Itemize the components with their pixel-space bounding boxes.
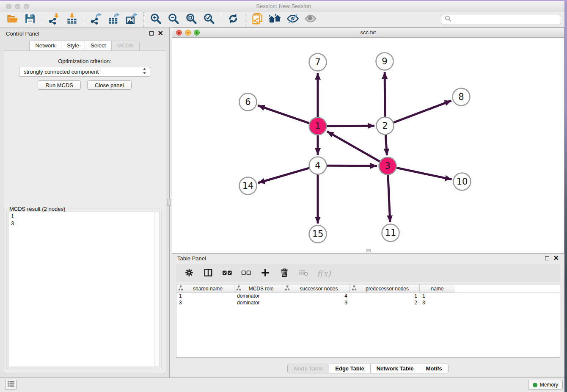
open-folder-icon: [6, 13, 18, 26]
zoom-fit-button[interactable]: [182, 12, 200, 27]
node-label: 4: [315, 160, 320, 171]
select-all-button[interactable]: [222, 268, 233, 279]
function-builder-button[interactable]: f(x): [317, 268, 331, 279]
network-canvas[interactable]: 7968124314101511: [172, 38, 564, 253]
edge-1-6[interactable]: [258, 105, 310, 123]
close-panel-icon[interactable]: ✕: [158, 31, 163, 36]
node-label: 1: [315, 121, 320, 131]
cell-shared-name: 3: [176, 300, 234, 306]
close-table-panel-icon[interactable]: ✕: [553, 256, 559, 260]
task-history-button[interactable]: [5, 380, 17, 390]
export-table-button[interactable]: [105, 12, 123, 27]
control-panel-header: Control Panel ✕: [0, 28, 169, 39]
column-visibility-button[interactable]: [203, 268, 214, 279]
eye-icon: [304, 13, 317, 26]
save-session-button[interactable]: [21, 12, 39, 27]
graph-node-7[interactable]: 7: [309, 54, 327, 71]
graph-node-15[interactable]: 15: [309, 226, 327, 243]
export-network-button[interactable]: [87, 12, 105, 27]
float-panel-icon[interactable]: [149, 31, 154, 36]
zoom-out-button[interactable]: [165, 12, 182, 27]
first-neighbors-button[interactable]: [266, 12, 284, 27]
edge-2-3[interactable]: [385, 135, 387, 155]
delete-table-button[interactable]: [298, 268, 309, 279]
cell-successor-nodes: 3: [283, 300, 350, 306]
refresh-button[interactable]: [224, 12, 242, 27]
search-input[interactable]: [451, 15, 561, 24]
edge-3-1[interactable]: [327, 131, 380, 161]
cell-name: 1: [420, 293, 455, 300]
graph-node-1[interactable]: 1: [309, 118, 327, 135]
zoom-in-icon: [150, 13, 162, 26]
tab-style[interactable]: Style: [61, 41, 85, 51]
table-settings-button[interactable]: [184, 268, 195, 279]
tab-node-table[interactable]: Node Table: [287, 364, 329, 373]
network-graph: 7968124314101511: [172, 38, 564, 253]
result-item: 1: [11, 213, 151, 220]
edge-4-14[interactable]: [258, 168, 309, 183]
criterion-select-value: strongly connected component: [24, 69, 99, 75]
graph-node-2[interactable]: 2: [377, 117, 394, 135]
graph-node-10[interactable]: 10: [454, 173, 471, 190]
criterion-select[interactable]: strongly connected component: [19, 67, 150, 77]
column-header-predecessor-nodes[interactable]: predecessor nodes: [350, 284, 420, 293]
add-column-button[interactable]: [260, 268, 271, 279]
close-panel-button[interactable]: Close panel: [87, 80, 132, 90]
export-image-button[interactable]: [123, 12, 140, 27]
tab-network[interactable]: Network: [29, 41, 61, 51]
import-network-button[interactable]: [45, 12, 63, 27]
delete-column-button[interactable]: [279, 268, 290, 279]
tab-network-table[interactable]: Network Table: [370, 364, 420, 373]
node-label: 14: [242, 181, 254, 191]
zoom-in-button[interactable]: [147, 12, 165, 27]
tab-mcds[interactable]: MCDS: [111, 41, 139, 51]
column-header-name[interactable]: name: [420, 284, 455, 293]
network-window-title: scc.txt: [172, 29, 564, 36]
result-scrollbar[interactable]: [154, 212, 160, 367]
table-row[interactable]: 1 dominator 4 1 1: [176, 293, 560, 300]
open-session-button[interactable]: [3, 12, 21, 27]
graph-node-4[interactable]: 4: [309, 157, 327, 174]
zoom-selected-button[interactable]: [200, 12, 218, 27]
tab-motifs[interactable]: Motifs: [420, 364, 449, 373]
network-resize-grip[interactable]: [366, 249, 371, 252]
graph-node-14[interactable]: 14: [239, 177, 257, 195]
node-label: 15: [312, 229, 324, 239]
edge-2-8[interactable]: [394, 101, 451, 123]
import-table-button[interactable]: [63, 12, 81, 27]
import-table-icon: [66, 13, 78, 26]
deselect-all-button[interactable]: [241, 268, 252, 279]
graph-node-11[interactable]: 11: [382, 224, 399, 242]
table-header-row: shared name MCDS role successor nodes pr…: [176, 284, 560, 293]
show-all-button[interactable]: [302, 12, 319, 27]
network-window-titlebar[interactable]: × − + scc.txt: [172, 28, 564, 38]
edge-4-3[interactable]: [327, 166, 377, 166]
graph-node-3[interactable]: 3: [379, 157, 396, 175]
memory-button[interactable]: Memory: [528, 380, 563, 390]
tab-edge-table[interactable]: Edge Table: [329, 364, 370, 373]
edge-1-2[interactable]: [327, 126, 374, 126]
desktop-top-edge: [0, 0, 567, 1]
control-panel-title: Control Panel: [6, 30, 39, 37]
column-header-successor-nodes[interactable]: successor nodes: [283, 284, 350, 293]
run-mcds-button[interactable]: Run MCDS: [38, 80, 81, 90]
node-table[interactable]: shared name MCDS role successor nodes pr…: [176, 284, 560, 358]
search-box[interactable]: [441, 14, 561, 25]
vertical-splitter-handle[interactable]: [167, 199, 171, 206]
column-header-mcds-role[interactable]: MCDS role: [234, 284, 283, 293]
graph-node-9[interactable]: 9: [376, 53, 394, 70]
clone-network-button[interactable]: [248, 12, 266, 27]
graph-node-6[interactable]: 6: [239, 94, 257, 111]
graph-node-8[interactable]: 8: [453, 88, 470, 106]
edge-3-10[interactable]: [396, 168, 452, 179]
edge-3-11[interactable]: [388, 175, 390, 222]
edge-2-9[interactable]: [385, 72, 385, 117]
column-header-shared-name[interactable]: shared name: [176, 284, 234, 293]
hide-selected-button[interactable]: [284, 12, 302, 27]
float-table-panel-icon[interactable]: [545, 256, 549, 260]
table-row[interactable]: 3 dominator 3 2 3: [176, 300, 560, 306]
zoom-selected-icon: [203, 13, 215, 26]
mcds-result-list[interactable]: 1 3: [8, 212, 160, 367]
tab-select[interactable]: Select: [85, 41, 112, 51]
unchecked-boxes-icon: [241, 268, 251, 279]
